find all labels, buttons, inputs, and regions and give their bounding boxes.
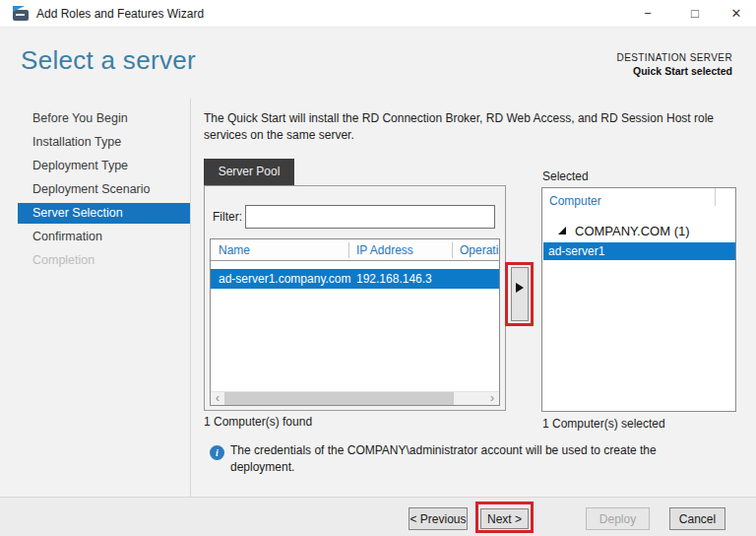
- wizard-window: Add Roles and Features Wizard − □ ✕ Sele…: [0, 0, 756, 536]
- column-divider: [715, 188, 716, 206]
- column-header-name[interactable]: Name: [219, 239, 250, 261]
- tree-group-company[interactable]: COMPANY.COM (1): [558, 224, 690, 241]
- add-server-button[interactable]: [511, 267, 529, 321]
- column-header-ip-address[interactable]: IP Address: [356, 239, 413, 261]
- table-row[interactable]: ad-server1.company.com 192.168.146.3: [211, 269, 499, 289]
- tree-expanded-icon[interactable]: [558, 227, 566, 234]
- maximize-icon[interactable]: □: [678, 0, 712, 28]
- sidebar-item-deployment-type[interactable]: Deployment Type: [18, 154, 190, 177]
- sidebar-item-confirmation[interactable]: Confirmation: [18, 225, 190, 248]
- previous-button[interactable]: < Previous: [409, 507, 468, 530]
- tab-server-pool[interactable]: Server Pool: [204, 159, 294, 185]
- table-header-row: Name IP Address Operating: [211, 239, 499, 261]
- cancel-button[interactable]: Cancel: [669, 507, 725, 530]
- destination-server-block: DESTINATION SERVER Quick Start selected: [617, 52, 732, 77]
- column-divider: [348, 242, 349, 258]
- info-icon: i: [210, 445, 224, 460]
- sidebar-item-installation-type[interactable]: Installation Type: [18, 130, 190, 154]
- sidebar-item-completion: Completion: [18, 248, 190, 272]
- minimize-icon[interactable]: −: [631, 0, 664, 28]
- sidebar-item-deployment-scenario[interactable]: Deployment Scenario: [18, 177, 190, 201]
- column-divider: [452, 242, 453, 258]
- wizard-icon: [13, 6, 30, 22]
- tree-item-ad-server1[interactable]: ad-server1: [543, 242, 735, 260]
- sidebar-item-before-you-begin[interactable]: Before You Begin: [18, 106, 190, 130]
- server-pool-panel: Filter: Name IP Address Operating ad-ser…: [204, 185, 506, 411]
- page-title: Select a server: [21, 45, 196, 76]
- page-description: The Quick Start will install the RD Conn…: [204, 110, 753, 144]
- scroll-right-icon[interactable]: ›: [485, 392, 499, 405]
- scroll-left-icon[interactable]: ‹: [211, 392, 224, 405]
- close-icon[interactable]: ✕: [720, 0, 753, 28]
- column-header-computer[interactable]: Computer: [549, 194, 601, 208]
- server-pool-table: Name IP Address Operating ad-server1.com…: [210, 238, 500, 406]
- selected-computers-panel: Computer COMPANY.COM (1) ad-server1: [541, 187, 736, 412]
- filter-input[interactable]: [245, 205, 495, 229]
- computers-found-status: 1 Computer(s) found: [204, 415, 312, 429]
- info-message-text: The credentials of the COMPANY\administr…: [230, 442, 703, 476]
- window-title: Add Roles and Features Wizard: [36, 0, 204, 28]
- horizontal-scrollbar[interactable]: ‹ ›: [211, 391, 499, 405]
- next-button[interactable]: Next >: [480, 508, 529, 529]
- title-bar: Add Roles and Features Wizard − □ ✕: [0, 0, 756, 28]
- footer-bar: < Previous Next > Deploy Cancel: [0, 497, 756, 536]
- computers-selected-status: 1 Computer(s) selected: [542, 417, 665, 431]
- server-ip-cell: 192.168.146.3: [356, 269, 432, 289]
- selected-panel-label: Selected: [542, 169, 589, 183]
- wizard-steps-sidebar: Before You Begin Installation Type Deplo…: [0, 99, 191, 497]
- column-header-operating-system[interactable]: Operating: [460, 239, 499, 261]
- right-arrow-icon: [516, 283, 524, 293]
- tree-group-label: COMPANY.COM (1): [575, 224, 690, 238]
- server-name-cell: ad-server1.company.com: [219, 269, 351, 289]
- deploy-button[interactable]: Deploy: [586, 507, 650, 530]
- scrollbar-thumb[interactable]: [224, 392, 454, 405]
- sidebar-item-server-selection[interactable]: Server Selection: [18, 203, 190, 224]
- destination-server-value: Quick Start selected: [617, 65, 732, 77]
- filter-label: Filter:: [213, 210, 242, 224]
- destination-server-label: DESTINATION SERVER: [617, 52, 732, 63]
